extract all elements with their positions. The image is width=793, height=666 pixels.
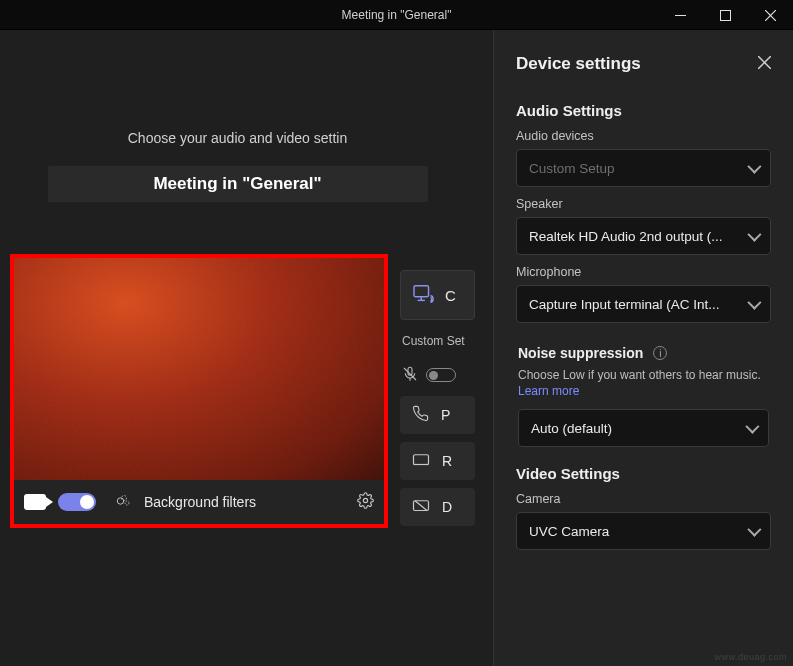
phone-audio-option[interactable]: P — [400, 396, 475, 434]
dont-use-audio-label: D — [442, 499, 452, 515]
computer-audio-option[interactable]: C — [400, 270, 475, 320]
chevron-down-icon — [747, 228, 761, 242]
window-controls — [658, 0, 793, 30]
main-area: Choose your audio and video settin Meeti… — [0, 30, 793, 666]
info-icon[interactable]: i — [653, 346, 667, 360]
learn-more-link[interactable]: Learn more — [518, 384, 579, 398]
mic-toggle-row — [400, 362, 475, 388]
maximize-button[interactable] — [703, 0, 748, 30]
microphone-select[interactable]: Capture Input terminal (AC Int... — [516, 285, 771, 323]
speaker-label: Speaker — [516, 197, 771, 211]
computer-audio-label: C — [445, 287, 456, 304]
audio-section-title: Audio Settings — [516, 102, 771, 119]
background-filters-icon — [116, 493, 132, 512]
mic-off-icon — [402, 366, 418, 385]
panel-title: Device settings — [516, 54, 641, 74]
prejoin-area: Choose your audio and video settin Meeti… — [0, 30, 475, 202]
audio-devices-value: Custom Setup — [529, 161, 615, 176]
camera-label: Camera — [516, 492, 771, 506]
microphone-label: Microphone — [516, 265, 771, 279]
noise-suppression-title: Noise suppression — [518, 345, 643, 361]
speaker-select[interactable]: Realtek HD Audio 2nd output (... — [516, 217, 771, 255]
video-section-title: Video Settings — [516, 465, 771, 482]
svg-point-7 — [363, 498, 367, 502]
camera-value: UVC Camera — [529, 524, 609, 539]
camera-preview — [14, 258, 384, 480]
gear-icon[interactable] — [357, 492, 374, 513]
svg-rect-14 — [414, 454, 429, 464]
no-audio-icon — [412, 499, 430, 516]
preview-toolbar: Background filters — [14, 480, 384, 524]
svg-point-4 — [117, 497, 123, 503]
mic-toggle[interactable] — [426, 368, 456, 382]
chevron-down-icon — [747, 296, 761, 310]
window-title: Meeting in "General" — [342, 8, 452, 22]
background-filters-button[interactable]: Background filters — [144, 494, 345, 510]
noise-suppression-desc: Choose Low if you want others to hear mu… — [518, 367, 769, 399]
panel-close-button[interactable] — [758, 55, 771, 73]
svg-rect-1 — [721, 10, 731, 20]
noise-suppression-value: Auto (default) — [531, 421, 612, 436]
custom-setup-row: Custom Set — [400, 328, 475, 354]
phone-audio-label: P — [441, 407, 450, 423]
noise-suppression-select[interactable]: Auto (default) — [518, 409, 769, 447]
custom-setup-label: Custom Set — [402, 334, 465, 348]
svg-rect-8 — [414, 285, 429, 296]
audio-option-column: C Custom Set P R D — [400, 270, 475, 526]
room-icon — [412, 453, 430, 470]
noise-desc-text: Choose Low if you want others to hear mu… — [518, 368, 761, 382]
camera-icon — [24, 494, 46, 510]
microphone-value: Capture Input terminal (AC Int... — [529, 297, 720, 312]
phone-icon — [412, 405, 429, 425]
watermark: www.deuag.com — [714, 652, 787, 662]
meeting-name-field[interactable]: Meeting in "General" — [48, 166, 428, 202]
audio-devices-select[interactable]: Custom Setup — [516, 149, 771, 187]
prompt-text: Choose your audio and video settin — [0, 130, 475, 146]
svg-point-6 — [125, 501, 129, 505]
camera-toggle[interactable] — [58, 493, 96, 511]
dont-use-audio-option[interactable]: D — [400, 488, 475, 526]
title-bar: Meeting in "General" — [0, 0, 793, 30]
minimize-button[interactable] — [658, 0, 703, 30]
room-audio-label: R — [442, 453, 452, 469]
speaker-value: Realtek HD Audio 2nd output (... — [529, 229, 723, 244]
chevron-down-icon — [747, 523, 761, 537]
monitor-speaker-icon — [413, 284, 435, 307]
close-button[interactable] — [748, 0, 793, 30]
device-settings-panel: Device settings Audio Settings Audio dev… — [493, 30, 793, 666]
noise-suppression-section: Noise suppression i Choose Low if you wa… — [516, 345, 771, 447]
audio-devices-label: Audio devices — [516, 129, 771, 143]
video-preview-highlighted: Background filters — [10, 254, 388, 528]
chevron-down-icon — [747, 160, 761, 174]
chevron-down-icon — [745, 420, 759, 434]
camera-select[interactable]: UVC Camera — [516, 512, 771, 550]
svg-line-17 — [415, 500, 427, 510]
room-audio-option[interactable]: R — [400, 442, 475, 480]
